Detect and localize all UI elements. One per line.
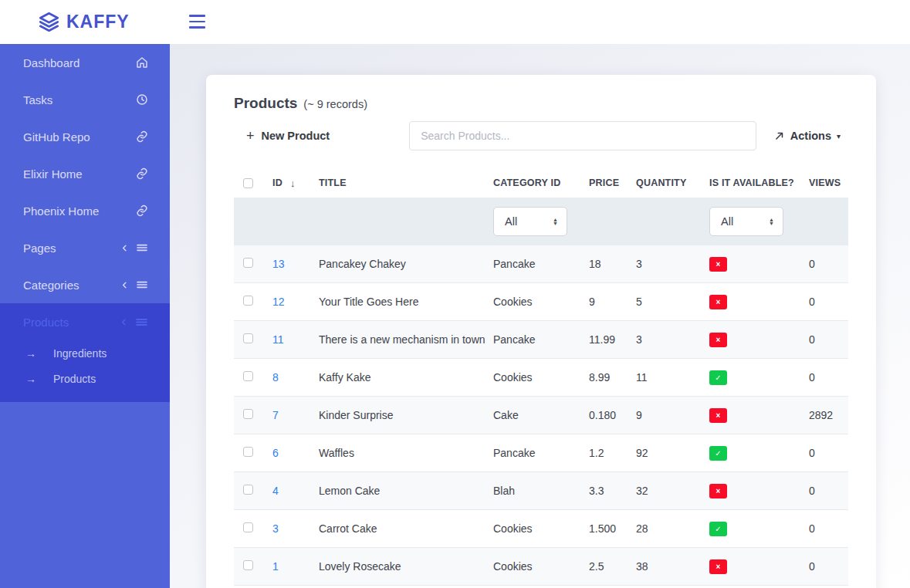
sidebar-subitem-ingredients[interactable]: → Ingredients <box>0 340 170 366</box>
row-quantity: 5 <box>636 296 709 308</box>
row-checkbox[interactable] <box>243 447 253 457</box>
sidebar-item-categories[interactable]: Categories <box>0 266 170 303</box>
table-row: 3 Carrot Cake Cookies 1.500 28 ✓ 0 <box>234 510 848 548</box>
row-price: 0.180 <box>589 409 636 421</box>
sidebar-item-dashboard[interactable]: Dashboard <box>0 44 170 81</box>
row-checkbox[interactable] <box>243 485 253 495</box>
sidebar-item-phoenix-home[interactable]: Phoenix Home <box>0 192 170 229</box>
row-checkbox[interactable] <box>243 522 253 532</box>
row-category: Pancake <box>493 258 589 270</box>
menu-icon <box>136 279 148 291</box>
sidebar-item-label: Pages <box>23 242 56 255</box>
row-id-link[interactable]: 13 <box>272 258 285 270</box>
row-title: Waffles <box>319 447 493 459</box>
menu-icon <box>135 316 148 329</box>
row-category: Cookies <box>493 371 589 384</box>
row-price: 18 <box>589 258 636 270</box>
sidebar-item-pages[interactable]: Pages <box>0 229 170 266</box>
row-price: 11.99 <box>589 333 636 346</box>
row-price: 3.3 <box>589 485 636 497</box>
header-quantity[interactable]: QUANTITY <box>636 177 709 188</box>
check-icon: ✓ <box>715 449 721 458</box>
x-icon: × <box>716 411 721 420</box>
page-title: Products <box>234 95 297 112</box>
sidebar-subitem-label: Products <box>53 373 96 385</box>
sidebar-item-github-repo[interactable]: GitHub Repo <box>0 118 170 155</box>
sidebar-section-products: Products → Ingredients → Products <box>0 303 170 402</box>
sidebar-subitem-products[interactable]: → Products <box>0 366 170 391</box>
table-row: 13 Pancakey Chakey Pancake 18 3 × 0 <box>234 245 848 283</box>
header-views[interactable]: VIEWS <box>809 177 848 188</box>
sidebar-item-elixir-home[interactable]: Elixir Home <box>0 155 170 192</box>
availability-badge: × <box>709 484 727 498</box>
search-input[interactable] <box>409 121 756 150</box>
select-arrows-icon: ▲▼ <box>553 218 558 226</box>
products-table: ID ↓ TITLE CATEGORY ID PRICE QUANTITY IS… <box>234 168 848 586</box>
header-price[interactable]: PRICE <box>589 177 636 188</box>
row-checkbox[interactable] <box>243 333 253 343</box>
row-id-link[interactable]: 12 <box>272 296 285 308</box>
sidebar-item-tasks[interactable]: Tasks <box>0 81 170 118</box>
row-id-link[interactable]: 11 <box>272 333 284 346</box>
header-id[interactable]: ID ↓ <box>272 177 319 189</box>
sidebar-item-label: Products <box>23 316 69 329</box>
row-quantity: 11 <box>636 371 709 384</box>
check-icon: ✓ <box>715 525 721 533</box>
row-title: Carrot Cake <box>319 522 493 535</box>
arrow-up-right-icon <box>774 130 785 141</box>
sidebar-item-label: Phoenix Home <box>23 204 99 218</box>
availability-badge: ✓ <box>709 522 727 536</box>
row-price: 8.99 <box>589 371 636 384</box>
header-title[interactable]: TITLE <box>319 177 493 188</box>
row-views: 0 <box>809 447 848 459</box>
header-category-id[interactable]: CATEGORY ID <box>493 177 589 188</box>
row-id-link[interactable]: 8 <box>272 371 279 384</box>
select-arrows-icon: ▲▼ <box>769 218 774 226</box>
header-available[interactable]: IS IT AVAILABLE? <box>709 177 809 188</box>
sidebar-item-products[interactable]: Products <box>0 303 170 340</box>
x-icon: × <box>716 563 721 571</box>
sort-desc-icon: ↓ <box>290 177 296 189</box>
row-id-link[interactable]: 7 <box>272 409 279 421</box>
row-checkbox[interactable] <box>243 560 253 570</box>
new-product-button[interactable]: + New Product <box>246 129 330 143</box>
available-filter-select[interactable]: All ▲▼ <box>709 207 783 236</box>
actions-label: Actions <box>790 130 831 142</box>
link-icon <box>136 130 148 143</box>
hamburger-menu-icon[interactable] <box>189 15 205 29</box>
row-views: 0 <box>809 485 848 497</box>
row-views: 0 <box>809 258 848 270</box>
select-all-checkbox[interactable] <box>243 178 253 188</box>
row-quantity: 32 <box>636 485 709 497</box>
sidebar-item-label: Tasks <box>23 93 52 106</box>
app-logo[interactable]: KAFFY <box>39 0 130 44</box>
chevron-left-icon <box>120 244 129 252</box>
row-id-link[interactable]: 4 <box>272 485 279 497</box>
menu-icon <box>136 242 148 254</box>
row-category: Cookies <box>493 296 589 308</box>
link-icon <box>136 167 148 180</box>
category-filter-select[interactable]: All ▲▼ <box>493 207 567 236</box>
actions-dropdown[interactable]: Actions ▾ <box>774 130 841 142</box>
filter-row: All ▲▼ All ▲▼ <box>234 198 848 245</box>
row-checkbox[interactable] <box>243 296 253 306</box>
new-product-label: New Product <box>262 130 330 142</box>
availability-badge: × <box>709 257 727 272</box>
records-count: (~ 9 records) <box>303 98 367 110</box>
products-card: Products (~ 9 records) + New Product Act… <box>206 75 876 588</box>
row-views: 0 <box>809 560 848 573</box>
sidebar: Dashboard Tasks GitHub Repo Elixir Home … <box>0 44 170 588</box>
row-title: Kinder Surprise <box>319 409 493 421</box>
row-id-link[interactable]: 6 <box>272 447 279 459</box>
x-icon: × <box>716 336 721 344</box>
row-id-link[interactable]: 3 <box>272 522 279 535</box>
availability-badge: × <box>709 295 727 309</box>
row-checkbox[interactable] <box>243 371 253 381</box>
row-checkbox[interactable] <box>243 409 253 419</box>
row-checkbox[interactable] <box>243 258 253 268</box>
row-views: 2892 <box>809 409 848 421</box>
row-views: 0 <box>809 333 848 346</box>
row-id-link[interactable]: 1 <box>272 560 279 573</box>
row-title: Kaffy Kake <box>319 371 493 384</box>
table-row: 4 Lemon Cake Blah 3.3 32 × 0 <box>234 472 848 510</box>
